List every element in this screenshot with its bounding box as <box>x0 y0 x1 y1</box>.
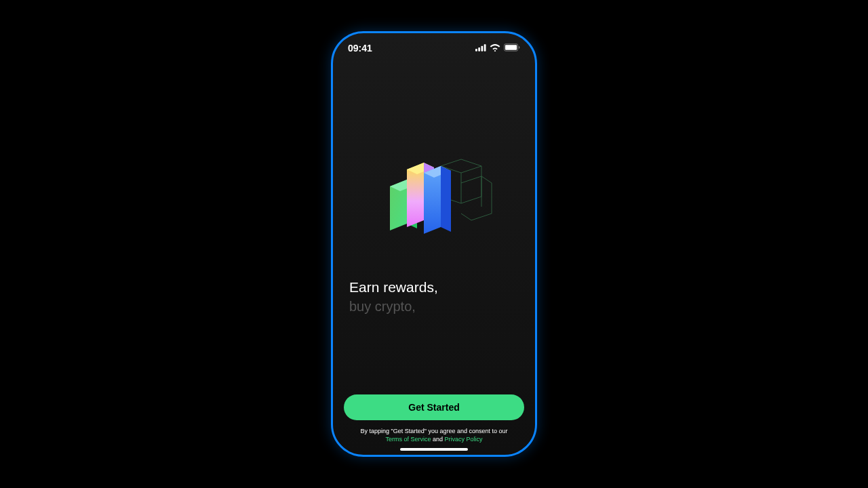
status-indicators <box>475 43 520 54</box>
svg-rect-3 <box>484 44 486 51</box>
svg-marker-14 <box>441 166 451 232</box>
wifi-icon <box>490 43 500 54</box>
headline-primary: Earn rewards, <box>349 278 519 296</box>
cellular-signal-icon <box>475 43 486 54</box>
svg-rect-2 <box>481 46 483 52</box>
consent-and: and <box>433 436 443 443</box>
get-started-button[interactable]: Get Started <box>344 394 524 420</box>
phone-frame: 09:41 <box>331 31 537 457</box>
home-indicator[interactable] <box>400 448 468 451</box>
terms-of-service-link[interactable]: Terms of Service <box>385 436 431 443</box>
svg-rect-1 <box>478 47 480 52</box>
svg-rect-0 <box>475 49 477 52</box>
consent-prefix: By tapping "Get Started" you agree and c… <box>360 428 507 434</box>
headline-block: Earn rewards, buy crypto, <box>344 278 524 315</box>
hero-area: Earn rewards, buy crypto, <box>344 63 524 394</box>
svg-rect-5 <box>505 45 517 50</box>
status-bar: 09:41 <box>333 33 535 63</box>
status-time: 09:41 <box>348 43 372 54</box>
consent-text: By tapping "Get Started" you agree and c… <box>344 427 524 444</box>
onboarding-screen: Earn rewards, buy crypto, Get Started By… <box>333 63 535 455</box>
battery-icon <box>504 43 520 54</box>
cubes-illustration-icon <box>373 149 495 244</box>
headline-secondary: buy crypto, <box>349 298 519 315</box>
privacy-policy-link[interactable]: Privacy Policy <box>445 436 483 443</box>
